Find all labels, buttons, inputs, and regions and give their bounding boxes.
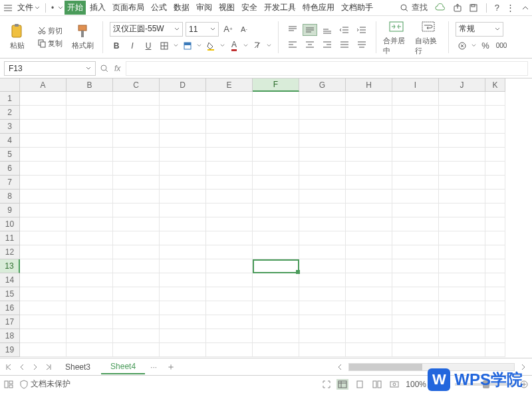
cell-B18[interactable]: [66, 329, 113, 343]
font-color-button[interactable]: A: [227, 39, 241, 53]
normal-view-button[interactable]: [336, 379, 348, 390]
cell-G7[interactable]: [299, 176, 346, 190]
tab-overflow-icon[interactable]: ···: [146, 362, 161, 372]
cell-K17[interactable]: [485, 315, 505, 329]
cell-A9[interactable]: [20, 203, 66, 217]
cell-I5[interactable]: [392, 148, 439, 162]
cell-A4[interactable]: [20, 134, 66, 148]
cell-E3[interactable]: [206, 120, 253, 134]
cell-C17[interactable]: [113, 315, 160, 329]
cell-K4[interactable]: [485, 134, 505, 148]
cell-H5[interactable]: [346, 148, 392, 162]
cell-F4[interactable]: [253, 134, 299, 148]
cell-F19[interactable]: [253, 343, 299, 357]
cell-K8[interactable]: [485, 190, 505, 203]
cell-J15[interactable]: [439, 287, 485, 301]
cell-J7[interactable]: [439, 176, 485, 190]
zoom-text[interactable]: 100%: [406, 380, 426, 389]
save-icon[interactable]: [469, 3, 478, 13]
halign-right-button[interactable]: [320, 39, 334, 51]
cell-J2[interactable]: [439, 106, 485, 120]
cell-A6[interactable]: [20, 162, 66, 176]
clear-format-button[interactable]: [251, 39, 264, 53]
chevron-down-icon[interactable]: [243, 43, 248, 48]
cell-I9[interactable]: [392, 203, 439, 217]
cell-G16[interactable]: [299, 301, 346, 315]
cell-H8[interactable]: [346, 190, 392, 203]
cell-B7[interactable]: [66, 176, 113, 190]
cell-E19[interactable]: [206, 343, 253, 357]
cell-K14[interactable]: [485, 273, 505, 287]
cell-E6[interactable]: [206, 162, 253, 176]
cell-G13[interactable]: [299, 259, 346, 273]
cell-F15[interactable]: [253, 287, 299, 301]
row-header-3[interactable]: 3: [0, 120, 20, 134]
horizontal-scrollbar[interactable]: [348, 363, 515, 371]
cell-F6[interactable]: [253, 162, 299, 176]
tab-last-icon[interactable]: [43, 361, 55, 373]
wrap-text-button[interactable]: 自动换行: [415, 19, 442, 56]
cell-E1[interactable]: [206, 92, 253, 106]
cell-J3[interactable]: [439, 120, 485, 134]
more-icon[interactable]: ⋮: [506, 3, 515, 13]
tab-special-apps[interactable]: 特色应用: [300, 1, 337, 15]
cell-A10[interactable]: [20, 217, 66, 231]
increase-font-button[interactable]: A+: [221, 23, 235, 36]
column-header-K[interactable]: K: [485, 78, 505, 92]
cell-H7[interactable]: [346, 176, 392, 190]
currency-button[interactable]: [456, 39, 469, 53]
cell-D13[interactable]: [160, 259, 206, 273]
chevron-down-icon[interactable]: [58, 5, 63, 11]
cell-G2[interactable]: [299, 106, 346, 120]
cell-G11[interactable]: [299, 231, 346, 245]
cell-G9[interactable]: [299, 203, 346, 217]
reading-view-button[interactable]: [388, 379, 400, 390]
help-icon[interactable]: ?: [495, 3, 499, 13]
zoom-slider-thumb[interactable]: [483, 380, 489, 388]
cell-B6[interactable]: [66, 162, 113, 176]
column-header-I[interactable]: I: [392, 78, 439, 92]
column-header-J[interactable]: J: [439, 78, 485, 92]
cell-A11[interactable]: [20, 231, 66, 245]
merge-center-button[interactable]: 合并居中: [383, 19, 410, 56]
italic-button[interactable]: I: [126, 39, 139, 53]
tab-doc-helper[interactable]: 文档助手: [338, 1, 376, 15]
column-header-G[interactable]: G: [299, 78, 346, 92]
row-header-13[interactable]: 13: [0, 259, 20, 273]
hscroll-thumb[interactable]: [349, 364, 422, 370]
cell-G5[interactable]: [299, 148, 346, 162]
cell-F14[interactable]: [253, 273, 299, 287]
column-header-C[interactable]: C: [113, 78, 160, 92]
tab-devtools[interactable]: 开发工具: [261, 1, 299, 15]
cell-C18[interactable]: [113, 329, 160, 343]
cell-F13[interactable]: [253, 259, 299, 273]
cell-K9[interactable]: [485, 203, 505, 217]
cell-A1[interactable]: [20, 92, 66, 106]
cell-B15[interactable]: [66, 287, 113, 301]
cell-K12[interactable]: [485, 245, 505, 259]
cell-J11[interactable]: [439, 231, 485, 245]
cell-style-button[interactable]: [181, 39, 194, 53]
cell-B19[interactable]: [66, 343, 113, 357]
cell-K16[interactable]: [485, 301, 505, 315]
cell-I12[interactable]: [392, 245, 439, 259]
cell-F17[interactable]: [253, 315, 299, 329]
cell-A2[interactable]: [20, 106, 66, 120]
cell-I19[interactable]: [392, 343, 439, 357]
cell-B5[interactable]: [66, 148, 113, 162]
cell-G1[interactable]: [299, 92, 346, 106]
cell-C1[interactable]: [113, 92, 160, 106]
row-header-11[interactable]: 11: [0, 231, 20, 245]
cell-K2[interactable]: [485, 106, 505, 120]
decrease-indent-button[interactable]: [337, 24, 352, 36]
cell-C11[interactable]: [113, 231, 160, 245]
cell-K13[interactable]: [485, 259, 505, 273]
cell-C6[interactable]: [113, 162, 160, 176]
cell-C13[interactable]: [113, 259, 160, 273]
cell-D2[interactable]: [160, 106, 206, 120]
cell-B13[interactable]: [66, 259, 113, 273]
chevron-down-icon[interactable]: [267, 43, 271, 48]
cell-J8[interactable]: [439, 190, 485, 203]
cell-C4[interactable]: [113, 134, 160, 148]
cell-A3[interactable]: [20, 120, 66, 134]
